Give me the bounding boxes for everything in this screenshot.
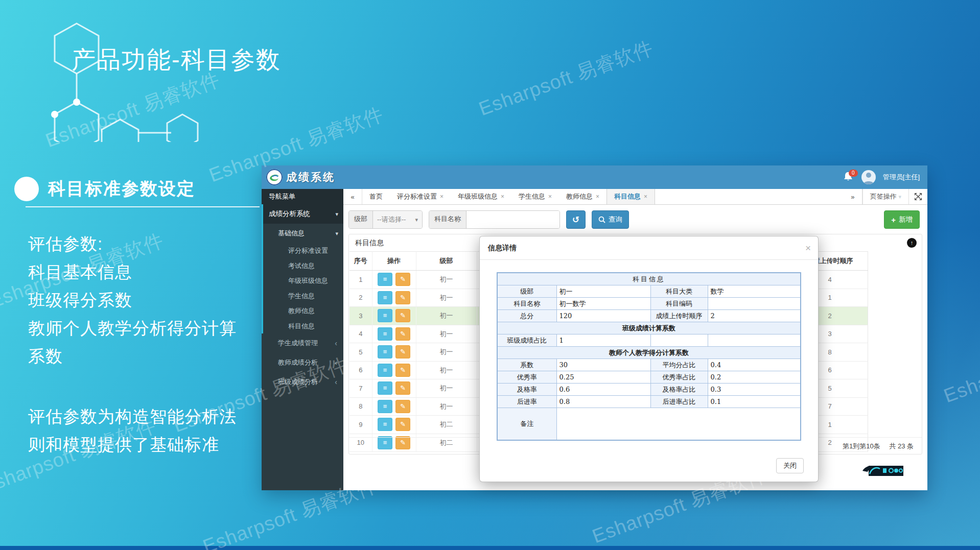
edit-button[interactable]: ✎	[395, 273, 410, 286]
edit-button[interactable]: ✎	[395, 291, 410, 304]
tab[interactable]: 科目信息×	[606, 189, 655, 204]
chevron-left-icon: ‹	[335, 353, 337, 372]
sidebar-item-score-analysis-system[interactable]: 成绩分析系统 ▾	[263, 204, 343, 224]
plus-icon: +	[891, 216, 896, 224]
detail-label: 科目大类	[650, 285, 708, 298]
subject-name-label: 科目名称	[429, 211, 466, 228]
hexagon-molecule-decoration	[18, 14, 202, 142]
reset-button[interactable]: ↺	[566, 210, 586, 229]
sidebar-item-basic-info[interactable]: 基础信息 ▾	[263, 224, 343, 243]
detail-label: 及格率	[497, 384, 556, 396]
column-header: 操作	[372, 252, 416, 271]
tab[interactable]: 评分标准设置×	[390, 189, 451, 204]
pagination-range: 第1到第10条	[843, 442, 880, 450]
watermark: Esharpsoft 易睿软件	[940, 322, 980, 409]
panel-title: 科目信息	[355, 238, 384, 247]
chevron-down-icon: ▾	[898, 194, 901, 200]
view-list-button[interactable]: ≡	[378, 345, 392, 358]
detail-field-row: 级部初一科目大类数学	[497, 285, 801, 298]
edit-button[interactable]: ✎	[395, 364, 410, 377]
detail-label: 优秀率占比	[650, 371, 708, 384]
edit-button[interactable]: ✎	[395, 345, 410, 358]
detail-value: 初一	[556, 285, 650, 298]
user-menu[interactable]: 管理员[主任]	[883, 173, 920, 182]
view-list-button[interactable]: ≡	[378, 309, 392, 322]
app-header: 成绩系统 0 管理员[主任]	[262, 165, 927, 189]
filter-bar: 级部 --请选择-- ▾ 科目名称 ↺ 查询 + 新增	[348, 210, 920, 228]
view-list-button[interactable]: ≡	[378, 273, 392, 286]
detail-label: 优秀率	[497, 371, 556, 384]
app-brand: 成绩系统	[266, 165, 335, 189]
view-list-button[interactable]: ≡	[378, 291, 392, 304]
detail-field-row: 班级成绩占比1	[497, 334, 801, 347]
sidebar-item-collapsed[interactable]: 学生成绩管理‹	[262, 333, 343, 353]
detail-value	[708, 298, 801, 310]
edit-button[interactable]: ✎	[395, 309, 410, 322]
body-line: 评估参数:	[28, 230, 237, 258]
detail-value: 0.2	[708, 371, 801, 384]
tab-close-icon[interactable]: ×	[501, 189, 504, 204]
edit-button[interactable]: ✎	[395, 400, 410, 413]
tab-operations-dropdown[interactable]: 页签操作 ▾	[862, 189, 908, 204]
detail-field-row: 后进率0.8后进率占比0.1	[497, 396, 801, 408]
detail-field-row: 科目名称初一数学科目编码	[497, 298, 801, 310]
grade-select-group: 级部 --请选择-- ▾	[348, 210, 423, 229]
sidebar-subitem[interactable]: 年级班级信息	[263, 273, 343, 289]
app-window: 成绩系统 0 管理员[主任] 导航菜单	[262, 165, 927, 490]
subject-detail-table: 科目信息级部初一科目大类数学科目名称初一数学科目编码总分120成绩上传时顺序2班…	[497, 272, 801, 441]
view-list-button[interactable]: ≡	[378, 418, 392, 431]
view-list-button[interactable]: ≡	[378, 400, 392, 413]
detail-label: 成绩上传时顺序	[650, 310, 708, 322]
notifications-button[interactable]: 0	[843, 171, 854, 183]
view-list-button[interactable]: ≡	[378, 327, 392, 341]
detail-label: 后进率	[497, 396, 556, 408]
expand-arrows-icon	[915, 193, 922, 200]
tab-close-icon[interactable]: ×	[644, 189, 647, 204]
subject-name-input[interactable]	[466, 211, 559, 228]
modal-close-button[interactable]: 关闭	[776, 458, 804, 473]
edit-button[interactable]: ✎	[395, 381, 410, 395]
sidebar-subitem[interactable]: 科目信息	[263, 319, 343, 334]
detail-label: 平均分占比	[650, 359, 708, 371]
view-list-button[interactable]: ≡	[378, 381, 392, 395]
tab[interactable]: 学生信息×	[511, 189, 559, 204]
detail-label: 及格率占比	[650, 384, 708, 396]
detail-value: 120	[556, 310, 650, 322]
tab-close-icon[interactable]: ×	[440, 189, 444, 204]
app-logo-icon	[266, 169, 283, 186]
section-title: 科目标准参数设定	[48, 177, 195, 201]
tabs-scroll-right-button[interactable]: »	[844, 189, 862, 204]
body-line: 教师个人教学分析得分计算	[28, 314, 237, 342]
sidebar-subitem[interactable]: 评分标准设置	[263, 243, 343, 258]
add-new-button[interactable]: + 新增	[884, 210, 920, 229]
detail-section-row: 班级成绩计算系数	[497, 322, 801, 334]
fullscreen-button[interactable]	[908, 189, 927, 204]
tab-close-icon[interactable]: ×	[548, 189, 552, 204]
tab-close-icon[interactable]: ×	[596, 189, 599, 204]
modal-close-icon[interactable]: ×	[805, 236, 811, 259]
pagination-total: 共 23 条	[889, 442, 914, 450]
edit-button[interactable]: ✎	[395, 327, 410, 341]
search-button[interactable]: 查询	[592, 210, 629, 229]
column-header: 级部	[416, 252, 477, 271]
sidebar-item-collapsed[interactable]: 班级成绩分析‹	[262, 372, 343, 392]
sidebar-item-collapsed[interactable]: 教师成绩分析‹	[262, 353, 343, 372]
avatar[interactable]	[861, 170, 876, 184]
tab[interactable]: 首页	[362, 189, 390, 204]
sidebar-subitem[interactable]: 考试信息	[263, 258, 343, 274]
grade-select[interactable]: --请选择-- ▾	[373, 211, 422, 228]
sidebar-nav-header: 导航菜单	[262, 189, 343, 204]
sidebar-subitem[interactable]: 教师信息	[263, 303, 343, 319]
panel-collapse-button[interactable]: ↑	[907, 238, 917, 248]
detail-value	[650, 334, 708, 347]
view-list-button[interactable]: ≡	[378, 364, 392, 377]
body-paragraph-1: 评估参数:科目基本信息班级得分系数教师个人教学分析得分计算系数	[28, 230, 237, 370]
detail-remark-row: 备注	[497, 408, 801, 441]
edit-button[interactable]: ✎	[395, 418, 410, 431]
tab[interactable]: 教师信息×	[559, 189, 606, 204]
slide-title: 产品功能-科目参数	[72, 44, 281, 76]
tab[interactable]: 年级班级信息×	[451, 189, 511, 204]
sidebar-subitem[interactable]: 学生信息	[263, 289, 343, 304]
notification-badge: 0	[849, 170, 858, 177]
tabs-scroll-left-button[interactable]: «	[343, 189, 362, 204]
